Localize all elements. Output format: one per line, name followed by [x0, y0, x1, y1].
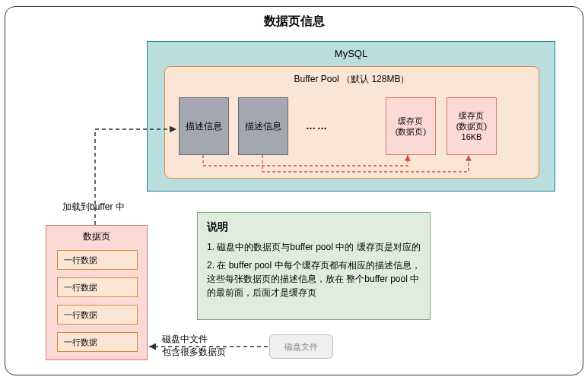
explanation-line-2: 2. 在 buffer pool 中每个缓存页都有相应的描述信息，这些每张数据页…: [207, 258, 421, 299]
buffer-pool-label: Buffer Pool （默认 128MB）: [165, 73, 539, 86]
load-arrow-label: 加载到buffer 中: [62, 201, 125, 214]
data-page-label: 数据页: [46, 230, 147, 243]
data-page-container: 数据页 一行数据 一行数据 一行数据 一行数据: [46, 225, 148, 360]
explanation-line-1: 1. 磁盘中的数据页与buffer pool 中的 缓存页是对应的: [207, 240, 421, 254]
descriptor-block-1: 描述信息: [179, 97, 229, 155]
disk-arrow-label: 磁盘中文件 包含很多数据页: [162, 333, 226, 359]
disk-file-block: 磁盘文件: [269, 334, 333, 359]
descriptor-block-2: 描述信息: [238, 97, 288, 155]
buffer-pool-container: Buffer Pool （默认 128MB） 描述信息 描述信息 …… 缓存页 …: [164, 66, 539, 179]
data-row: 一行数据: [57, 250, 138, 270]
mysql-container: MySQL Buffer Pool （默认 128MB） 描述信息 描述信息 ……: [147, 41, 555, 192]
explanation-title: 说明: [207, 220, 421, 234]
ellipsis: ……: [306, 120, 329, 131]
data-row: 一行数据: [57, 305, 138, 325]
data-row: 一行数据: [57, 332, 138, 352]
diagram-title: 数据页信息: [0, 14, 588, 30]
cache-page-1: 缓存页 (数据页): [386, 97, 436, 155]
explanation-panel: 说明 1. 磁盘中的数据页与buffer pool 中的 缓存页是对应的 2. …: [197, 212, 431, 320]
data-row: 一行数据: [57, 277, 138, 297]
mysql-label: MySQL: [148, 48, 555, 59]
cache-page-2: 缓存页 (数据页) 16KB: [447, 97, 497, 155]
